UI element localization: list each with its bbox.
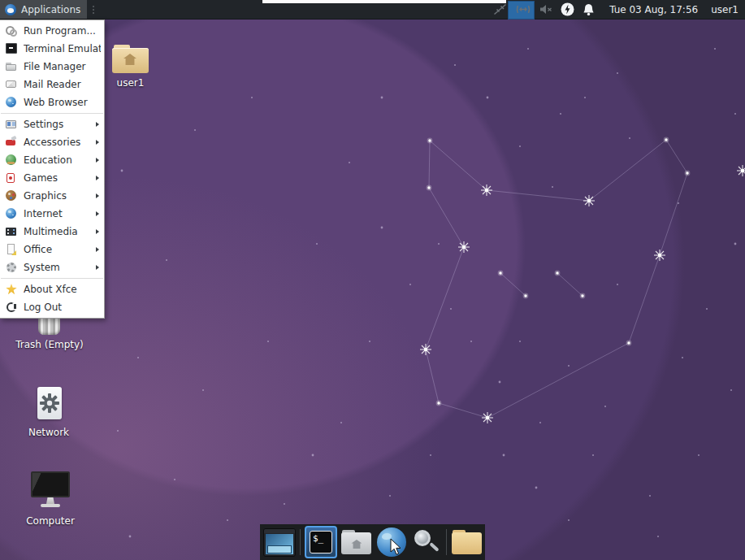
menu-item-office[interactable]: Office bbox=[0, 241, 104, 258]
desktop-label-user1[interactable]: user1 bbox=[112, 77, 149, 89]
volume-muted-icon[interactable] bbox=[539, 4, 552, 15]
menu-item-mail-reader[interactable]: Mail Reader bbox=[0, 76, 104, 93]
menu-item-terminal-emulator[interactable]: Terminal Emulator bbox=[0, 40, 104, 58]
dock-item-application-finder[interactable] bbox=[411, 527, 442, 558]
menu-item-file-manager[interactable]: File Manager bbox=[0, 58, 104, 76]
menu-item-log-out[interactable]: Log Out bbox=[0, 298, 104, 316]
menu-item-settings[interactable]: Settings bbox=[0, 115, 104, 133]
submenu-arrow-icon bbox=[96, 176, 99, 180]
resize-arrows-icon[interactable] bbox=[515, 4, 531, 15]
star-icon bbox=[6, 284, 17, 295]
dock-item-window-manager[interactable] bbox=[263, 527, 296, 558]
notifications-bell-icon[interactable] bbox=[583, 3, 595, 16]
menu-item-label: Internet bbox=[24, 208, 90, 219]
power-icon bbox=[6, 302, 16, 312]
submenu-arrow-icon bbox=[96, 122, 99, 127]
menu-item-run-program[interactable]: Run Program... bbox=[0, 22, 104, 40]
bottom-dock: $_ bbox=[260, 524, 485, 560]
desktop-root: user1 Trash (Empty) Network Computer App… bbox=[0, 0, 745, 560]
gear-icon bbox=[38, 392, 61, 415]
menu-item-label: File Manager bbox=[24, 61, 101, 72]
settings-icon bbox=[5, 118, 18, 131]
menu-item-accessories[interactable]: Accessories bbox=[0, 133, 104, 151]
power-icon[interactable] bbox=[561, 2, 574, 16]
games-icon bbox=[5, 171, 18, 184]
menu-separator bbox=[1, 113, 103, 114]
submenu-arrow-icon bbox=[96, 140, 99, 145]
office-icon bbox=[5, 243, 18, 256]
monitor-stand bbox=[46, 497, 54, 504]
submenu-arrow-icon bbox=[96, 211, 99, 216]
menu-item-label: Games bbox=[24, 172, 90, 184]
menu-item-label: Run Program... bbox=[24, 25, 101, 37]
desktop-icon-user1[interactable] bbox=[112, 45, 149, 74]
background-window-edge bbox=[262, 0, 506, 3]
panel-username: user1 bbox=[711, 4, 739, 15]
menu-item-label: Terminal Emulator bbox=[24, 43, 101, 54]
menu-item-system[interactable]: System bbox=[0, 258, 104, 276]
submenu-arrow-icon bbox=[96, 247, 99, 252]
submenu-arrow-icon bbox=[96, 158, 99, 163]
graphics-icon bbox=[6, 190, 16, 201]
dock-separator bbox=[300, 529, 301, 555]
system-gear-icon bbox=[6, 263, 16, 272]
home-folder-icon bbox=[341, 530, 371, 554]
magnifier-icon bbox=[413, 528, 440, 556]
accessories-icon bbox=[5, 136, 18, 149]
panel-grip-handle[interactable] bbox=[90, 6, 97, 14]
menu-item-graphics[interactable]: Graphics bbox=[0, 187, 104, 205]
submenu-arrow-icon bbox=[96, 265, 99, 270]
system-tray: Tue 03 Aug, 17:56 user1 bbox=[493, 0, 739, 19]
menu-item-label: Accessories bbox=[24, 137, 90, 148]
dock-separator bbox=[446, 529, 447, 555]
menu-item-label: Multimedia bbox=[24, 226, 90, 237]
terminal-icon bbox=[6, 43, 17, 54]
network-offline-icon[interactable] bbox=[493, 3, 507, 15]
globe-icon bbox=[6, 97, 16, 107]
globe-icon bbox=[6, 208, 16, 219]
menu-item-label: Office bbox=[24, 244, 90, 255]
desktop-label-computer[interactable]: Computer bbox=[17, 515, 84, 527]
menu-item-about-xfce[interactable]: About Xfce bbox=[0, 280, 104, 298]
xfce-logo-icon bbox=[5, 4, 16, 15]
monitor-base bbox=[41, 504, 60, 507]
menu-item-label: Graphics bbox=[24, 190, 90, 202]
menu-item-label: System bbox=[24, 262, 90, 273]
selection-highlight: $_ bbox=[305, 526, 337, 558]
menu-item-games[interactable]: Games bbox=[0, 169, 104, 187]
folder-icon bbox=[452, 530, 482, 554]
dock-item-file-manager-home[interactable] bbox=[341, 527, 372, 558]
desktop-icon-network[interactable] bbox=[37, 387, 62, 419]
submenu-arrow-icon bbox=[96, 229, 99, 234]
menu-item-label: About Xfce bbox=[24, 284, 101, 295]
mouse-cursor bbox=[390, 538, 403, 556]
menu-item-multimedia[interactable]: Multimedia bbox=[0, 223, 104, 241]
education-icon bbox=[6, 154, 16, 165]
menu-item-label: Education bbox=[24, 154, 90, 166]
terminal-icon: $_ bbox=[310, 531, 332, 553]
window-icon bbox=[263, 528, 296, 557]
desktop-label-trash[interactable]: Trash (Empty) bbox=[10, 339, 89, 350]
menu-item-label: Web Browser bbox=[24, 97, 101, 108]
dock-item-terminal[interactable]: $_ bbox=[305, 527, 337, 558]
applications-label: Applications bbox=[21, 4, 80, 15]
dock-item-file-manager-folder[interactable] bbox=[451, 527, 482, 558]
run-program-icon bbox=[5, 24, 18, 37]
desktop-label-network[interactable]: Network bbox=[16, 427, 81, 438]
panel-clock[interactable]: Tue 03 Aug, 17:56 bbox=[609, 4, 698, 15]
mail-icon bbox=[5, 78, 18, 91]
submenu-arrow-icon bbox=[96, 193, 99, 198]
desktop-icon-computer[interactable] bbox=[31, 471, 70, 509]
monitor-screen bbox=[31, 471, 70, 497]
menu-separator bbox=[1, 278, 103, 279]
file-manager-icon bbox=[5, 60, 18, 73]
applications-menu-button[interactable]: Applications bbox=[0, 0, 87, 19]
menu-item-internet[interactable]: Internet bbox=[0, 205, 104, 223]
multimedia-icon bbox=[5, 225, 18, 238]
applications-menu: Run Program... Terminal Emulator File Ma… bbox=[0, 20, 105, 319]
menu-item-web-browser[interactable]: Web Browser bbox=[0, 93, 104, 111]
menu-item-label: Log Out bbox=[24, 302, 101, 313]
menu-item-label: Settings bbox=[24, 119, 90, 130]
menu-item-education[interactable]: Education bbox=[0, 151, 104, 169]
menu-item-label: Mail Reader bbox=[24, 79, 101, 90]
